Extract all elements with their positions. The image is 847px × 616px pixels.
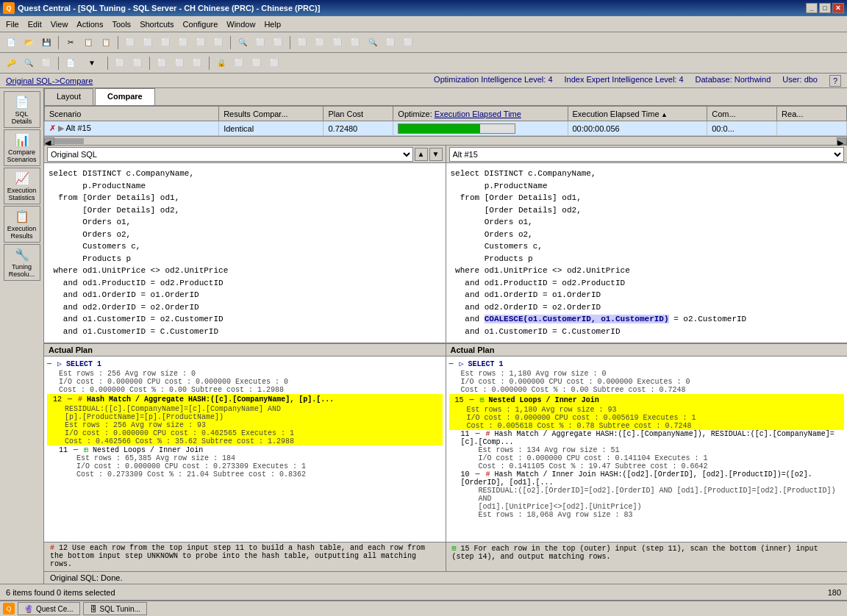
help-button[interactable]: ? — [829, 75, 841, 87]
title-bar: Q Quest Central - [SQL Tuning - SQL Serv… — [0, 0, 847, 16]
app-icon: Q — [3, 2, 15, 14]
btn4[interactable]: ⬜ — [140, 35, 156, 51]
btn14[interactable]: ⬜ — [329, 35, 346, 51]
save-button[interactable]: 💾 — [38, 35, 54, 51]
right-plan-hash-11: 11 ─ # Hash Match / Aggregate HASH:([c].… — [449, 430, 845, 446]
menu-tools[interactable]: Tools — [107, 18, 135, 30]
btn3[interactable]: ⬜ — [122, 35, 138, 51]
btn15[interactable]: ⬜ — [347, 35, 363, 51]
menu-file[interactable]: File — [1, 18, 24, 30]
menu-window[interactable]: Window — [222, 18, 260, 30]
tb2-btn5[interactable]: ▼ — [80, 55, 104, 71]
taskbar-btn-quest[interactable]: 🔮 Quest Ce... — [18, 602, 80, 615]
cell-progress — [393, 121, 568, 136]
btn5[interactable]: ⬜ — [157, 35, 174, 51]
progress-bar-container — [398, 123, 515, 134]
sep7 — [149, 57, 150, 70]
sidebar-item-execution-statistics[interactable]: 📈 ExecutionStatistics — [4, 168, 40, 204]
btn12[interactable]: ⬜ — [294, 35, 310, 51]
left-plan-header: Actual Plan — [44, 344, 446, 357]
database: Database: Northwind — [696, 75, 771, 87]
menu-edit[interactable]: Edit — [24, 18, 46, 30]
btn18[interactable]: ⬜ — [400, 35, 416, 51]
copy-button[interactable]: 📋 — [80, 35, 96, 51]
left-nav-up[interactable]: ▲ — [415, 148, 428, 161]
btn17[interactable]: ⬜ — [382, 35, 399, 51]
tb2-btn8[interactable]: ⬜ — [154, 55, 170, 71]
btn13[interactable]: ⬜ — [312, 35, 328, 51]
right-desc-bar: ⊞ 15 For each row in the top (outer) inp… — [446, 542, 848, 571]
right-plan-content[interactable]: ─ ▷ SELECT 1 Est rows : 1,180 Avg row si… — [446, 357, 848, 542]
table-row[interactable]: ✗ ▶ Alt #15 Identical 0.72480 00:00:00.0… — [45, 121, 847, 136]
status-text: Original SQL: Done. — [50, 573, 122, 582]
btn7[interactable]: ⬜ — [193, 35, 209, 51]
btn6[interactable]: ⬜ — [175, 35, 191, 51]
minimize-button[interactable]: _ — [806, 3, 818, 13]
tb2-btn13[interactable]: ⬜ — [249, 55, 265, 71]
tb2-btn2[interactable]: 🔍 — [21, 55, 37, 71]
cell-com: 00:0... — [707, 121, 777, 136]
maximize-button[interactable]: □ — [819, 3, 831, 13]
open-button[interactable]: 📂 — [21, 35, 37, 51]
col-exec-time: Execution Elapsed Time — [568, 107, 707, 121]
left-nav-down[interactable]: ▼ — [429, 148, 443, 161]
menu-shortcuts[interactable]: Shortcuts — [135, 18, 178, 30]
sql-panels: Original SQL ▲ ▼ select DISTINCT c.Compa… — [44, 146, 847, 344]
new-button[interactable]: 📄 — [3, 35, 19, 51]
menu-view[interactable]: View — [46, 18, 73, 30]
paste-button[interactable]: 📋 — [98, 35, 114, 51]
sidebar-item-execution-results[interactable]: 📋 ExecutionResults — [4, 206, 40, 243]
tb2-btn4[interactable]: 📄 — [62, 55, 79, 71]
taskbar-icon: Q — [3, 603, 15, 615]
menu-actions[interactable]: Actions — [72, 18, 107, 30]
scroll-left[interactable]: ◀ — [44, 137, 54, 145]
btn11[interactable]: ⬜ — [270, 35, 286, 51]
tb2-btn14[interactable]: ⬜ — [266, 55, 282, 71]
btn10[interactable]: ⬜ — [252, 35, 268, 51]
btn8[interactable]: ⬜ — [210, 35, 226, 51]
btn9[interactable]: 🔍 — [235, 35, 251, 51]
col-rea: Rea... — [777, 107, 847, 121]
left-sql-selector[interactable]: Original SQL — [47, 147, 413, 162]
tab-compare[interactable]: Compare — [95, 88, 155, 105]
plan-node-hash-match-details: RESIDUAL:([c].[CompanyName]=[c].[Company… — [47, 405, 443, 445]
cut-button[interactable]: ✂ — [62, 35, 79, 51]
btn16[interactable]: 🔍 — [365, 35, 381, 51]
right-sql-content: select DISTINCT c.CompanyName, p.Product… — [446, 163, 848, 343]
optimize-link[interactable]: Execution Elapsed Time — [435, 110, 521, 118]
tb2-btn1[interactable]: 🔑 — [3, 55, 19, 71]
inner-status-bar: Original SQL: Done. — [44, 571, 847, 584]
window-title: Quest Central - [SQL Tuning - SQL Server… — [18, 4, 320, 12]
sep4 — [290, 36, 290, 49]
sidebar-item-sql-details[interactable]: 📄 SQLDetails — [4, 91, 40, 128]
progress-bar — [399, 124, 480, 133]
toolbar-2: 🔑 🔍 ⬜ 📄 ▼ ⬜ ⬜ ⬜ ⬜ ⬜ 🔒 ⬜ ⬜ ⬜ — [0, 53, 847, 74]
sidebar-item-compare-scenarios[interactable]: 📊 CompareScenarios — [4, 129, 40, 166]
tb2-btn3[interactable]: ⬜ — [38, 55, 54, 71]
tb2-btn7[interactable]: ⬜ — [129, 55, 146, 71]
tb2-btn6[interactable]: ⬜ — [112, 55, 128, 71]
taskbar-btn-sql[interactable]: 🗄 SQL Tunin... — [83, 602, 147, 615]
scenarios-section: Scenario Results Compar... Plan Cost Opt… — [44, 106, 847, 137]
col-com: Com... — [707, 107, 777, 121]
tb2-btn11[interactable]: 🔒 — [213, 55, 229, 71]
menu-configure[interactable]: Configure — [179, 18, 223, 30]
close-button[interactable]: ✕ — [832, 3, 844, 13]
sidebar-item-tuning-resolu[interactable]: 🔧 TuningResolu... — [4, 244, 40, 281]
table-scrollbar[interactable]: ◀ ▶ — [44, 137, 847, 146]
tb2-btn12[interactable]: ⬜ — [231, 55, 247, 71]
scroll-track — [54, 138, 837, 144]
tab-layout[interactable]: Layout — [44, 88, 93, 105]
plan-node-nested-details: Est rows : 65,385 Avg row size : 184 I/O… — [47, 454, 443, 479]
scroll-right[interactable]: ▶ — [837, 137, 847, 145]
tb2-btn9[interactable]: ⬜ — [171, 55, 187, 71]
taskbar: Q 🔮 Quest Ce... 🗄 SQL Tunin... — [0, 600, 847, 616]
right-plan-node-select: ─ ▷ SELECT 1 — [449, 359, 845, 370]
tb2-btn10[interactable]: ⬜ — [189, 55, 205, 71]
right-sql-selector[interactable]: Alt #15 — [449, 147, 845, 162]
scroll-thumb — [54, 138, 84, 144]
left-plan-content[interactable]: ─ ▷ SELECT 1 Est rows : 256 Avg row size… — [44, 357, 446, 542]
cell-results: Identical — [219, 121, 324, 136]
menu-help[interactable]: Help — [260, 18, 285, 30]
col-optimize[interactable]: Optimize: Execution Elapsed Time — [393, 107, 568, 121]
